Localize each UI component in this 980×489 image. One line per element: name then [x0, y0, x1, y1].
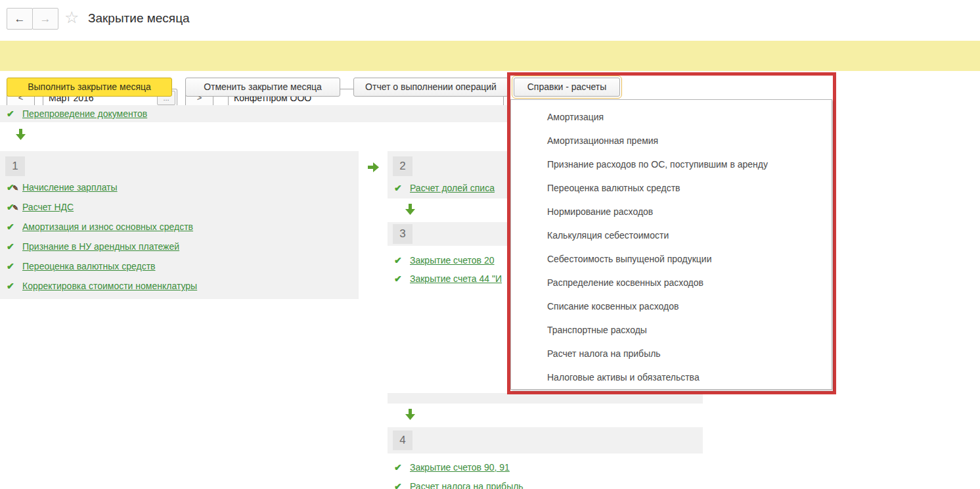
check-icon: ✔ [7, 221, 22, 232]
month-closing-window: ← → ☆ Закрытие месяца < Март 2016 ... > … [0, 0, 980, 489]
menu-item-amortization-premium[interactable]: Амортизационная премия [511, 129, 832, 152]
operation-row: ✔ Корректировка стоимости номенклатуры [0, 276, 359, 296]
operations-report-button[interactable]: Отчет о выполнении операций [353, 78, 508, 97]
check-icon: ✔ [7, 108, 22, 119]
operation-row: ✔✎ Расчет НДС [0, 197, 359, 217]
operation-link[interactable]: Корректировка стоимости номенклатуры [22, 281, 197, 291]
menu-item-transport-expenses[interactable]: Транспортные расходы [511, 318, 832, 342]
stage-4-number: 4 [393, 431, 412, 450]
favorite-star-icon[interactable]: ☆ [64, 8, 79, 27]
right-arrow-icon [368, 162, 379, 172]
down-arrow-icon [405, 409, 415, 420]
run-month-closing-button[interactable]: Выполнить закрытие месяца [7, 78, 172, 97]
back-button[interactable]: ← [7, 8, 33, 30]
menu-item-indirect-writeoff[interactable]: Списание косвенных расходов [511, 294, 832, 318]
menu-item-rent-os-expenses[interactable]: Признание расходов по ОС, поступившим в … [511, 152, 832, 176]
stage-3-panel-bottom [388, 393, 703, 404]
operation-link[interactable]: Расчет НДС [22, 202, 74, 212]
operation-link[interactable]: Переоценка валютных средств [22, 261, 156, 271]
stage-1-number: 1 [5, 156, 25, 176]
menu-item-indirect-distribution[interactable]: Распределение косвенных расходов [511, 271, 832, 294]
operation-link[interactable]: Расчет долей списа [410, 183, 495, 193]
operation-row: ✔ Переоценка валютных средств [0, 256, 359, 276]
menu-item-currency-revaluation[interactable]: Переоценка валютных средств [511, 176, 832, 200]
operation-link[interactable]: Закрытие счетов 20 [410, 255, 495, 266]
forward-icon: → [40, 12, 51, 25]
references-dropdown-menu: Амортизация Амортизационная премия Призн… [510, 99, 832, 390]
check-icon: ✔ [394, 481, 410, 489]
menu-item-production-cost[interactable]: Себестоимость выпущеной продукции [511, 247, 832, 271]
operation-link[interactable]: Амортизация и износ основных средств [22, 221, 193, 232]
operation-row: ✔ Расчет налога на прибыль [388, 477, 703, 489]
operation-link[interactable]: Признание в НУ арендных платежей [22, 241, 179, 252]
check-icon: ✔ [7, 281, 22, 291]
operation-row: ✔ Признание в НУ арендных платежей [0, 237, 359, 256]
operation-link[interactable]: Расчет налога на прибыль [410, 481, 523, 489]
reposting-link[interactable]: Перепроведение документов [22, 108, 147, 119]
period-bar: < Март 2016 ... > Конфетпром ООО ▾ Состо… [0, 41, 980, 71]
menu-item-amortization[interactable]: Амортизация [511, 105, 832, 129]
stage-3-number: 3 [393, 224, 412, 244]
pencil-icon: ✎ [12, 184, 18, 193]
down-arrow-icon [16, 129, 26, 140]
stage-4-panel: 4 [388, 427, 703, 454]
operation-link[interactable]: Начисление зарплаты [22, 182, 118, 193]
menu-item-tax-assets[interactable]: Налоговые активы и обязательства [511, 365, 832, 389]
forward-button[interactable]: → [32, 8, 58, 30]
page-title: Закрытие месяца [88, 11, 190, 26]
menu-item-income-tax[interactable]: Расчет налога на прибыль [511, 342, 832, 365]
operation-row: ✔ Амортизация и износ основных средств [0, 217, 359, 237]
stage-1-operations: ✔✎ Начисление зарплаты ✔✎ Расчет НДС ✔ А… [0, 177, 359, 296]
operation-link[interactable]: Закрытие счетов 90, 91 [410, 462, 510, 473]
back-icon: ← [14, 12, 26, 25]
menu-item-cost-calculation[interactable]: Калькуляция себестоимости [511, 223, 832, 247]
check-icon: ✔ [394, 183, 410, 193]
cancel-month-closing-button[interactable]: Отменить закрытие месяца [185, 78, 340, 97]
references-calculations-button[interactable]: Справки - расчеты [514, 78, 620, 97]
check-icon: ✔ [7, 241, 22, 252]
check-icon: ✔ [394, 273, 410, 284]
pencil-icon: ✎ [12, 204, 18, 212]
operation-link[interactable]: Закрытие счета 44 "И [410, 273, 502, 284]
stage-2-number: 2 [393, 156, 412, 176]
operation-row: ✔✎ Начисление зарплаты [0, 177, 359, 197]
check-icon: ✔ [7, 261, 22, 271]
check-icon: ✔ [394, 255, 410, 266]
operation-row: ✔ Закрытие счетов 90, 91 [388, 457, 703, 477]
check-icon: ✔ [394, 462, 410, 473]
check-edited-icon: ✔✎ [7, 202, 22, 212]
stage-4-operations: ✔ Закрытие счетов 90, 91 ✔ Расчет налога… [388, 457, 703, 489]
menu-item-expense-normalization[interactable]: Нормирование расходов [511, 200, 832, 223]
down-arrow-icon [405, 204, 415, 215]
check-edited-icon: ✔✎ [7, 182, 22, 193]
